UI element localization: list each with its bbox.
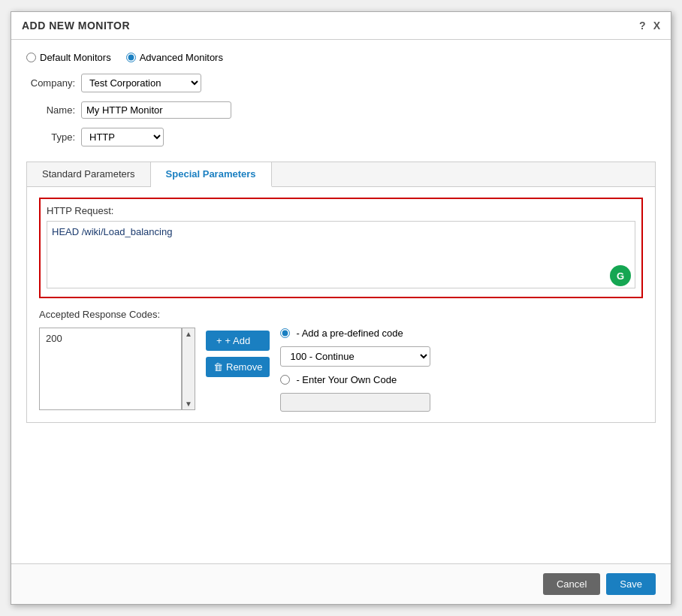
cancel-button[interactable]: Cancel xyxy=(543,573,600,595)
type-label: Type: xyxy=(26,131,75,143)
http-request-textarea[interactable]: HEAD /wiki/Load_balancing xyxy=(47,221,635,288)
own-code-radio[interactable] xyxy=(280,375,290,385)
predefined-col: - Add a pre-defined code 100 - Continue … xyxy=(280,328,430,412)
dialog-body: Default Monitors Advanced Monitors Compa… xyxy=(11,40,671,563)
monitor-type-radio-group: Default Monitors Advanced Monitors xyxy=(26,52,656,63)
default-monitors-option[interactable]: Default Monitors xyxy=(26,52,111,63)
predefined-select[interactable]: 100 - Continue 200 - OK 201 - Created 30… xyxy=(280,346,430,367)
dialog-title: ADD NEW MONITOR xyxy=(22,20,130,32)
http-request-textarea-wrapper: HEAD /wiki/Load_balancing G xyxy=(47,221,635,291)
accepted-response-codes-label: Accepted Response Codes: xyxy=(39,309,643,320)
plus-icon: + xyxy=(216,335,222,346)
type-select[interactable]: HTTP HTTPS PING xyxy=(81,128,164,146)
advanced-monitors-option[interactable]: Advanced Monitors xyxy=(126,52,223,63)
own-code-label: - Enter Your Own Code xyxy=(296,374,397,385)
name-row: Name: xyxy=(26,101,656,119)
response-codes-list-wrapper: 200 ▲ ▼ xyxy=(39,328,195,410)
list-scrollbar[interactable]: ▲ ▼ xyxy=(182,328,195,410)
name-input[interactable] xyxy=(81,101,231,119)
dialog-title-bar: ADD NEW MONITOR ? X xyxy=(11,12,671,40)
add-monitor-dialog: ADD NEW MONITOR ? X Default Monitors Adv… xyxy=(11,11,671,605)
predefined-radio-row: - Add a pre-defined code xyxy=(280,328,430,339)
tab-special-parameters[interactable]: Special Parameters xyxy=(151,162,272,187)
own-code-radio-row: - Enter Your Own Code xyxy=(280,374,430,385)
company-row: Company: Test Corporation xyxy=(26,74,656,92)
tabs-header: Standard Parameters Special Parameters xyxy=(27,162,655,187)
predefined-label: - Add a pre-defined code xyxy=(296,328,403,339)
tabs-container: Standard Parameters Special Parameters H… xyxy=(26,162,656,423)
grammarly-icon: G xyxy=(610,265,631,286)
tab-content-special: HTTP Request: HEAD /wiki/Load_balancing … xyxy=(27,187,655,422)
predefined-radio[interactable] xyxy=(280,328,290,338)
scroll-up-arrow[interactable]: ▲ xyxy=(183,328,195,340)
company-select[interactable]: Test Corporation xyxy=(81,74,201,92)
accepted-row: 200 ▲ ▼ + + Add 🗑 xyxy=(39,328,643,412)
code-item-200[interactable]: 200 xyxy=(43,331,178,346)
company-label: Company: xyxy=(26,77,75,89)
type-row: Type: HTTP HTTPS PING xyxy=(26,128,656,146)
close-button[interactable]: X xyxy=(653,20,660,32)
dialog-footer: Cancel Save xyxy=(11,563,671,604)
name-label: Name: xyxy=(26,104,75,116)
tab-standard-parameters[interactable]: Standard Parameters xyxy=(27,162,151,186)
add-remove-col: + + Add 🗑 Remove xyxy=(206,331,270,377)
http-request-label: HTTP Request: xyxy=(47,205,635,216)
own-code-input[interactable] xyxy=(280,393,430,412)
advanced-monitors-radio[interactable] xyxy=(126,53,136,62)
default-monitors-label: Default Monitors xyxy=(40,52,111,63)
remove-button[interactable]: 🗑 Remove xyxy=(206,357,270,377)
add-button[interactable]: + + Add xyxy=(206,331,270,351)
scroll-down-arrow[interactable]: ▼ xyxy=(183,398,195,409)
title-actions: ? X xyxy=(639,20,660,32)
trash-icon: 🗑 xyxy=(213,361,223,373)
default-monitors-radio[interactable] xyxy=(26,53,36,62)
response-codes-list[interactable]: 200 xyxy=(39,328,182,410)
advanced-monitors-label: Advanced Monitors xyxy=(140,52,223,63)
help-button[interactable]: ? xyxy=(639,20,646,32)
save-button[interactable]: Save xyxy=(606,573,656,595)
http-request-box: HTTP Request: HEAD /wiki/Load_balancing … xyxy=(39,198,643,298)
